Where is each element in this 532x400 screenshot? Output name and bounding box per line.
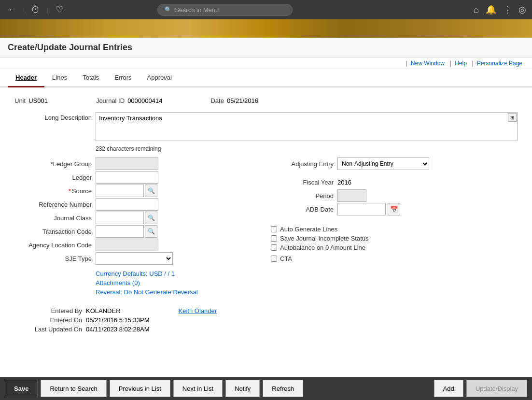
search-bar[interactable]: 🔍 [157, 4, 293, 16]
source-label: Source [14, 187, 92, 195]
char-remaining: 232 characters remaining [96, 145, 518, 152]
entered-by-link-section: Keith Olander [179, 307, 217, 335]
adb-date-label: ADB Date [271, 206, 334, 213]
fiscal-year-label: Fiscal Year [271, 179, 334, 186]
home-icon[interactable]: ⌂ [474, 5, 479, 15]
cta-checkbox[interactable] [271, 256, 277, 262]
journal-id-group: Journal ID 0000000414 [96, 97, 163, 104]
back-icon[interactable]: ← [6, 3, 18, 17]
compass-icon[interactable]: ◎ [518, 4, 526, 15]
tab-header[interactable]: Header [8, 69, 44, 87]
return-to-search-button[interactable]: Return to Search [41, 380, 106, 390]
adb-date-row: ADB Date 05/21/2016 📅 [271, 202, 518, 216]
attachments-link[interactable]: Attachments (0) [96, 279, 261, 286]
journal-class-row: Journal Class 🔍 [14, 211, 261, 225]
entered-on-row: Entered On 05/21/2016 5:15:33PM [14, 316, 150, 324]
entered-by-link[interactable]: Keith Olander [179, 307, 217, 314]
ledger-group-row: *Ledger Group RECORDING [14, 157, 261, 171]
reference-number-input[interactable]: INV100 [96, 198, 158, 211]
transaction-code-search-btn[interactable]: 🔍 [145, 225, 157, 238]
journal-class-input[interactable] [96, 212, 144, 224]
top-links-bar: | New Window | Help | Personalize Page [0, 58, 532, 69]
form-links: Currency Defaults: USD / / 1 Attachments… [14, 270, 261, 296]
reversal-link[interactable]: Reversal: Do Not Generate Reversal [96, 288, 261, 296]
source-search-btn[interactable]: 🔍 [145, 185, 157, 197]
autobalance-row: Autobalance on 0 Amount Line [271, 244, 518, 251]
page-title: Create/Update Journal Entries [8, 43, 132, 53]
previous-list-button[interactable]: Previous in List [110, 380, 170, 390]
nav-separator-1: | [23, 6, 25, 14]
entered-by-row: Entered By KOLANDER [14, 307, 150, 314]
journal-id-label: Journal ID [96, 97, 125, 104]
update-display-button[interactable]: Update/Display [466, 380, 527, 390]
header-info-row: Unit US001 Journal ID 0000000414 Date 05… [14, 97, 518, 104]
autobalance-label: Autobalance on 0 Amount Line [280, 244, 365, 251]
add-button[interactable]: Add [434, 380, 463, 390]
adjusting-entry-select[interactable]: Non-Adjusting EntryAdjusting EntryYear-E… [337, 157, 429, 170]
entered-by-section: Entered By KOLANDER Entered On 05/21/201… [14, 307, 150, 335]
top-nav-bar: ← | ⏱ | ♡ 🔍 ⌂ 🔔 ⋮ ◎ [0, 0, 532, 19]
auto-generate-checkbox[interactable] [271, 226, 277, 232]
ledger-group-input: RECORDING [96, 157, 158, 170]
last-updated-label: Last Updated On [14, 326, 82, 333]
transaction-code-input[interactable] [96, 225, 144, 238]
adb-date-calendar-btn[interactable]: 📅 [388, 203, 400, 215]
unit-group: Unit US001 [14, 97, 48, 104]
adb-date-input[interactable]: 05/21/2016 [337, 203, 386, 215]
ledger-label: Ledger [14, 174, 92, 181]
new-window-link[interactable]: New Window [411, 60, 445, 67]
ledger-row: Ledger [14, 171, 261, 184]
long-description-row: Long Description Inventory Transactions … [14, 112, 518, 143]
tab-lines[interactable]: Lines [44, 69, 75, 87]
source-input-group: INV 🔍 [96, 185, 157, 197]
tab-approval[interactable]: Approval [140, 69, 180, 87]
more-menu-icon[interactable]: ⋮ [503, 4, 512, 15]
transaction-code-row: Transaction Code 🔍 [14, 225, 261, 238]
currency-defaults-link[interactable]: Currency Defaults: USD / / 1 [96, 270, 261, 277]
source-row: Source INV 🔍 [14, 184, 261, 198]
source-input[interactable]: INV [96, 185, 144, 197]
sje-type-row: SJE Type [14, 252, 261, 265]
autobalance-checkbox[interactable] [271, 244, 277, 251]
save-incomplete-checkbox[interactable] [271, 235, 277, 242]
next-list-button[interactable]: Next in List [173, 380, 223, 390]
sje-type-label: SJE Type [14, 255, 92, 262]
page-title-bar: Create/Update Journal Entries [0, 38, 532, 58]
ledger-input[interactable] [96, 171, 158, 184]
search-icon: 🔍 [165, 6, 172, 13]
long-description-expand-btn[interactable]: ⊞ [508, 113, 517, 122]
reference-number-row: Reference Number INV100 [14, 198, 261, 211]
personalize-link[interactable]: Personalize Page [477, 60, 522, 67]
tab-totals[interactable]: Totals [75, 69, 107, 87]
agency-location-row: Agency Location Code [14, 238, 261, 252]
favorite-icon[interactable]: ♡ [54, 2, 65, 17]
tab-errors[interactable]: Errors [107, 69, 139, 87]
bell-icon[interactable]: 🔔 [486, 4, 496, 15]
agency-location-input [96, 239, 158, 251]
date-value: 05/21/2016 [227, 97, 258, 104]
ledger-group-label: *Ledger Group [14, 160, 92, 168]
notify-button[interactable]: Notify [225, 380, 260, 390]
search-input[interactable] [175, 6, 285, 14]
date-label: Date [210, 97, 224, 104]
history-icon[interactable]: ⏱ [29, 3, 42, 17]
long-description-label: Long Description [14, 112, 92, 121]
transaction-code-label: Transaction Code [14, 228, 92, 235]
long-description-input[interactable]: Inventory Transactions [96, 112, 518, 141]
refresh-button[interactable]: Refresh [263, 380, 303, 390]
save-button[interactable]: Save [5, 380, 38, 390]
save-incomplete-row: Save Journal Incomplete Status [271, 235, 518, 242]
agency-location-label: Agency Location Code [14, 242, 92, 249]
nav-right-icons: ⌂ 🔔 ⋮ ◎ [474, 4, 526, 15]
help-link[interactable]: Help [455, 60, 467, 67]
journal-class-search-btn[interactable]: 🔍 [145, 212, 157, 224]
sje-type-select[interactable] [96, 252, 173, 265]
checkboxes-section: Auto Generate Lines Save Journal Incompl… [271, 226, 518, 262]
entered-by-label: Entered By [14, 307, 82, 314]
journal-id-value: 0000000414 [127, 97, 162, 104]
left-column: *Ledger Group RECORDING Ledger Source IN… [14, 157, 261, 298]
save-incomplete-label: Save Journal Incomplete Status [280, 235, 369, 242]
journal-class-input-group: 🔍 [96, 212, 157, 224]
two-col-layout: *Ledger Group RECORDING Ledger Source IN… [14, 157, 518, 298]
entered-on-value: 05/21/2016 5:15:33PM [86, 316, 150, 324]
